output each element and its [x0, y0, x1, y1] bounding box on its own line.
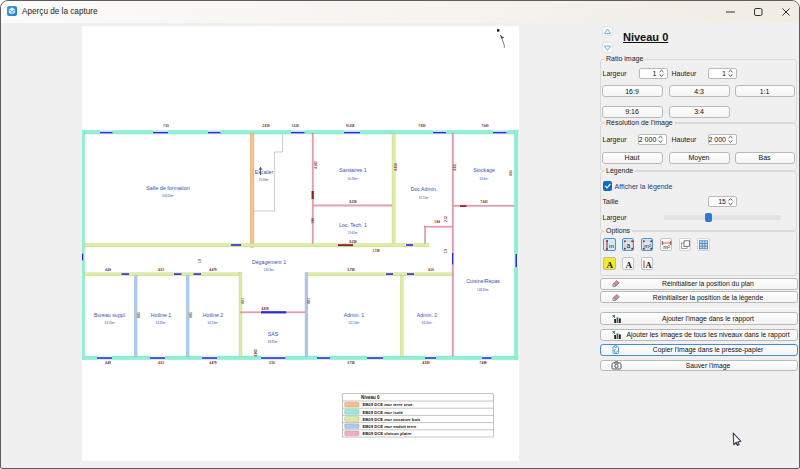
svg-text:A: A [645, 260, 652, 270]
svg-text:63.25m²: 63.25m² [105, 321, 115, 325]
svg-text:90.39m²: 90.39m² [348, 177, 358, 181]
svg-text:4.569: 4.569 [423, 361, 430, 365]
svg-text:EB09 DCE mur enduit terre: EB09 DCE mur enduit terre [363, 424, 417, 429]
svg-text:Admin. 1: Admin. 1 [344, 312, 365, 318]
svg-text:EB09 DCE mur isolé: EB09 DCE mur isolé [363, 410, 404, 415]
svg-text:SAS: SAS [268, 331, 279, 337]
svg-text:4.01: 4.01 [241, 298, 245, 304]
svg-text:4.49: 4.49 [105, 361, 111, 365]
svg-text:A: A [607, 260, 614, 270]
svg-text:4.06: 4.06 [428, 268, 434, 272]
svg-text:1.9: 1.9 [444, 249, 448, 253]
svg-text:8.05: 8.05 [189, 312, 193, 318]
svg-text:Hotline 1: Hotline 1 [151, 312, 172, 318]
svg-text:Dégagement 1: Dégagement 1 [252, 259, 286, 265]
svg-text:4.53: 4.53 [158, 268, 164, 272]
svg-text:Sanitaires 1: Sanitaires 1 [339, 167, 367, 173]
svg-text:7.950: 7.950 [419, 124, 426, 128]
svg-text:1.758: 1.758 [373, 249, 380, 253]
svg-text:64.53m²: 64.53m² [208, 321, 218, 325]
svg-text:10.258: 10.258 [346, 124, 355, 128]
svg-text:a: a [626, 242, 630, 249]
svg-text:1.618: 1.618 [292, 124, 299, 128]
svg-text:Admin. 2: Admin. 2 [417, 312, 438, 318]
svg-text:5.06: 5.06 [269, 361, 275, 365]
svg-text:112.53m²: 112.53m² [348, 321, 360, 325]
svg-text:8.050: 8.050 [394, 163, 398, 170]
svg-text:8.163: 8.163 [314, 161, 318, 168]
svg-text:m²: m² [644, 243, 651, 249]
svg-text:63.85m²: 63.85m² [156, 321, 166, 325]
svg-text:1.84: 1.84 [434, 220, 440, 224]
svg-text:5.758: 5.758 [348, 361, 355, 365]
svg-text:7.50: 7.50 [163, 124, 169, 128]
svg-text:8.258: 8.258 [350, 200, 357, 204]
svg-text:EB09 DCE cloison platre: EB09 DCE cloison platre [363, 431, 413, 436]
svg-text:208.04m²: 208.04m² [162, 194, 174, 198]
svg-text:EB09 DCE mur terre crue: EB09 DCE mur terre crue [363, 402, 414, 407]
svg-text:Cuisine/Repas: Cuisine/Repas [466, 278, 500, 284]
svg-text:7.498: 7.498 [480, 361, 487, 365]
svg-text:EB09 DCE mur ossature bois: EB09 DCE mur ossature bois [363, 417, 422, 422]
svg-text:4.49: 4.49 [105, 268, 111, 272]
svg-text:A: A [625, 260, 632, 270]
svg-text:Escalier: Escalier [255, 169, 274, 175]
svg-text:Stockage: Stockage [473, 167, 495, 173]
svg-text:1.0: 1.0 [198, 259, 202, 263]
svg-text:4.53: 4.53 [158, 361, 164, 365]
svg-text:7.660: 7.660 [482, 124, 489, 128]
svg-text:Salle de formation: Salle de formation [146, 185, 189, 191]
svg-text:Niveau 0: Niveau 0 [361, 395, 380, 400]
svg-text:5.758: 5.758 [348, 268, 355, 272]
svg-text:Bureau suppl.: Bureau suppl. [94, 312, 126, 318]
svg-text:84.05m²: 84.05m² [422, 321, 432, 325]
svg-text:4.479: 4.479 [210, 361, 217, 365]
svg-text:m²: m² [663, 244, 670, 250]
svg-text:2.12: 2.12 [444, 216, 448, 222]
svg-text:Doc Admin.: Doc Admin. [411, 186, 438, 192]
svg-text:243.3m²: 243.3m² [264, 268, 274, 272]
svg-text:4.479: 4.479 [210, 268, 217, 272]
svg-text:7.660: 7.660 [481, 200, 488, 204]
svg-text:8.05: 8.05 [137, 312, 141, 318]
svg-text:4.818: 4.818 [262, 307, 269, 311]
svg-text:8.258: 8.258 [350, 240, 357, 244]
svg-text:m: m [609, 243, 614, 249]
svg-text:4.963: 4.963 [254, 349, 258, 356]
svg-text:Hotline 2: Hotline 2 [203, 312, 224, 318]
svg-text:63.6m²: 63.6m² [480, 177, 489, 181]
svg-text:2.818: 2.818 [263, 124, 270, 128]
svg-text:1.98: 1.98 [311, 218, 315, 224]
svg-text:148.33m²: 148.33m² [477, 288, 489, 292]
svg-text:26.34m²: 26.34m² [259, 178, 269, 182]
svg-text:Loc. Tech. 1: Loc. Tech. 1 [339, 222, 367, 228]
svg-text:92.15m²: 92.15m² [419, 196, 429, 200]
svg-text:68.85m²: 68.85m² [268, 340, 278, 344]
svg-text:4.01: 4.01 [307, 298, 311, 304]
svg-text:29.61m²: 29.61m² [348, 231, 358, 235]
svg-text:8.05: 8.05 [509, 170, 513, 176]
svg-text:8.051: 8.051 [453, 163, 457, 170]
